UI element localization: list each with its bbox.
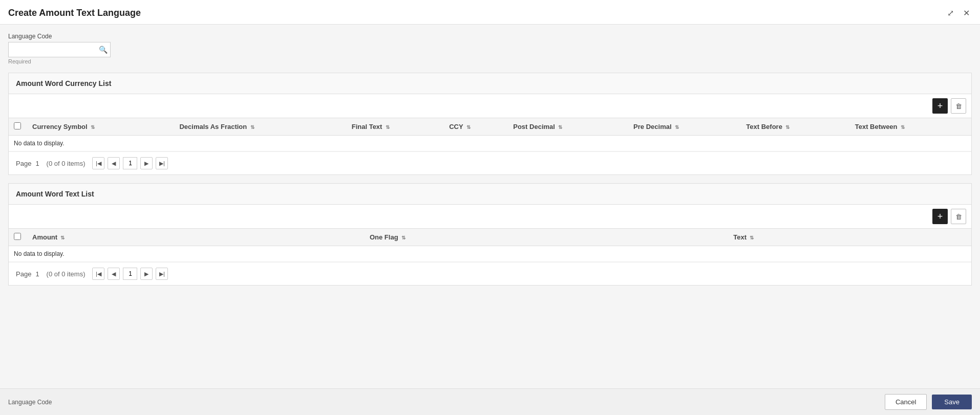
currency-pagination: Page 1 (0 of 0 items) |◀ ◀ ▶ ▶| [9, 151, 971, 174]
ccy-label: CCY [449, 123, 463, 130]
currency-first-page-button[interactable]: |◀ [92, 157, 104, 169]
one-flag-sort-icon[interactable]: ⇅ [401, 235, 406, 241]
text-page-number: 1 [35, 270, 39, 278]
currency-page-info: (0 of 0 items) [47, 160, 86, 167]
text-between-label: Text Between [855, 123, 898, 130]
amount-header[interactable]: Amount ⇅ [27, 229, 365, 246]
text-before-label: Text Before [746, 123, 782, 130]
pre-decimal-label: Pre Decimal [633, 123, 671, 130]
currency-no-data: No data to display. [9, 136, 971, 151]
text-last-page-button[interactable]: ▶| [156, 268, 168, 280]
currency-page-number: 1 [35, 160, 39, 167]
currency-prev-page-button[interactable]: ◀ [108, 157, 120, 169]
final-text-header[interactable]: Final Text ⇅ [347, 118, 444, 136]
currency-select-all-checkbox[interactable] [14, 122, 21, 129]
post-decimal-header[interactable]: Post Decimal ⇅ [508, 118, 628, 136]
pre-decimal-header[interactable]: Pre Decimal ⇅ [628, 118, 741, 136]
text-col-label: Text [733, 233, 747, 241]
text-page-input[interactable] [123, 268, 137, 280]
text-next-page-button[interactable]: ▶ [140, 268, 153, 280]
final-text-label: Final Text [352, 123, 382, 130]
currency-symbol-label: Currency Symbol [32, 123, 88, 130]
currency-list-title: Amount Word Currency List [9, 73, 971, 94]
post-decimal-label: Post Decimal [513, 123, 555, 130]
amount-sort-icon[interactable]: ⇅ [60, 235, 65, 241]
text-list-section: Amount Word Text List + 🗑 Amount ⇅ [8, 183, 972, 286]
text-between-header[interactable]: Text Between ⇅ [850, 118, 971, 136]
dialog-footer: Language Code Cancel Save [0, 388, 980, 415]
ccy-header[interactable]: CCY ⇅ [444, 118, 508, 136]
currency-page-label: Page [16, 160, 31, 167]
decimals-as-fraction-label: Decimals As Fraction [179, 123, 247, 130]
text-prev-page-button[interactable]: ◀ [108, 268, 120, 280]
currency-page-input[interactable] [123, 157, 137, 169]
text-table: Amount ⇅ One Flag ⇅ Text ⇅ [9, 228, 971, 262]
pre-decimal-sort-icon[interactable]: ⇅ [675, 124, 679, 130]
text-sort-icon[interactable]: ⇅ [750, 235, 754, 241]
decimals-as-fraction-sort-icon[interactable]: ⇅ [250, 124, 254, 130]
dialog-body: Language Code 🔍 Required Amount Word Cur… [0, 25, 980, 388]
dialog: Create Amount Text Language ⤢ ✕ Language… [0, 0, 980, 415]
language-code-field-group: Language Code 🔍 Required [8, 33, 972, 64]
text-list-title: Amount Word Text List [9, 184, 971, 205]
text-select-all-checkbox[interactable] [14, 233, 21, 240]
language-code-label: Language Code [8, 33, 972, 40]
amount-label: Amount [32, 233, 57, 241]
one-flag-header[interactable]: One Flag ⇅ [365, 229, 728, 246]
language-code-input[interactable] [8, 42, 111, 57]
header-icons: ⤢ ✕ [945, 7, 972, 19]
text-first-page-button[interactable]: |◀ [92, 268, 104, 280]
currency-next-page-button[interactable]: ▶ [140, 157, 153, 169]
currency-list-toolbar: + 🗑 [9, 94, 971, 118]
text-add-button[interactable]: + [932, 209, 948, 224]
required-text: Required [8, 58, 972, 64]
text-header[interactable]: Text ⇅ [728, 229, 971, 246]
one-flag-label: One Flag [370, 233, 398, 241]
currency-check-header [9, 118, 27, 136]
close-button[interactable]: ✕ [961, 7, 972, 19]
currency-list-section: Amount Word Currency List + 🗑 Currency S… [8, 73, 972, 175]
dialog-header: Create Amount Text Language ⤢ ✕ [0, 0, 980, 25]
footer-status: Language Code [8, 399, 880, 406]
decimals-as-fraction-header[interactable]: Decimals As Fraction ⇅ [174, 118, 346, 136]
text-pagination: Page 1 (0 of 0 items) |◀ ◀ ▶ ▶| [9, 262, 971, 285]
currency-table: Currency Symbol ⇅ Decimals As Fraction ⇅… [9, 118, 971, 151]
text-between-sort-icon[interactable]: ⇅ [901, 124, 905, 130]
text-delete-button[interactable]: 🗑 [951, 209, 966, 224]
text-page-label: Page [16, 270, 31, 278]
ccy-sort-icon[interactable]: ⇅ [466, 124, 471, 130]
final-text-sort-icon[interactable]: ⇅ [386, 124, 390, 130]
currency-symbol-sort-icon[interactable]: ⇅ [91, 124, 95, 130]
currency-delete-button[interactable]: 🗑 [951, 98, 966, 114]
currency-symbol-header[interactable]: Currency Symbol ⇅ [27, 118, 174, 136]
save-button[interactable]: Save [932, 395, 972, 409]
cancel-button[interactable]: Cancel [885, 394, 927, 410]
text-no-data: No data to display. [9, 246, 971, 262]
language-code-input-wrap: 🔍 [8, 42, 111, 57]
dialog-title: Create Amount Text Language [8, 8, 141, 18]
currency-add-button[interactable]: + [932, 98, 948, 114]
trash-icon-2: 🗑 [955, 213, 962, 221]
trash-icon: 🗑 [955, 102, 962, 110]
text-page-info: (0 of 0 items) [47, 270, 86, 278]
text-before-header[interactable]: Text Before ⇅ [741, 118, 849, 136]
maximize-button[interactable]: ⤢ [945, 7, 956, 19]
text-check-header [9, 229, 27, 246]
text-list-toolbar: + 🗑 [9, 205, 971, 228]
text-before-sort-icon[interactable]: ⇅ [785, 124, 790, 130]
post-decimal-sort-icon[interactable]: ⇅ [558, 124, 562, 130]
currency-last-page-button[interactable]: ▶| [156, 157, 168, 169]
